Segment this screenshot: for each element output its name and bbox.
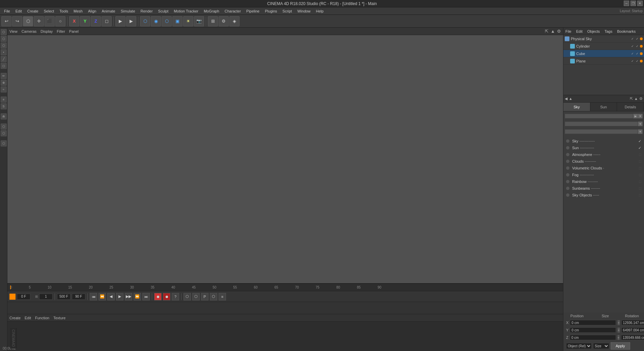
sidebar-point-icon[interactable]: • [1, 49, 7, 55]
vp-menu-cameras[interactable]: Cameras [22, 29, 37, 33]
sidebar-camera2-icon[interactable]: ⬡ [1, 130, 7, 136]
sidebar-poly-icon[interactable]: ◻ [1, 63, 7, 69]
goto-start-btn[interactable]: ⏮ [90, 293, 97, 300]
key-mode-btn[interactable]: ⬡ [184, 293, 191, 300]
restore-button[interactable]: ❐ [631, 1, 636, 6]
sky-checkmark-skyobjects[interactable]: □ [639, 193, 641, 197]
menu-tools[interactable]: Tools [57, 8, 71, 14]
physical-sky-render-check[interactable]: ✓ [635, 37, 639, 41]
physical-sky-color-dot[interactable] [640, 37, 643, 40]
vp-icon-settings[interactable]: ⚙ [557, 29, 561, 34]
cylinder-color-dot[interactable] [640, 45, 643, 48]
y-axis-btn[interactable]: Y [80, 16, 90, 26]
render-settings-btn[interactable]: ⚙ [219, 16, 229, 26]
sky-checkmark-rainbow[interactable]: □ [639, 180, 641, 184]
menu-window[interactable]: Window [295, 8, 313, 14]
cube-btn[interactable]: ⬡ [140, 16, 150, 26]
mat-menu-edit[interactable]: Edit [25, 316, 31, 320]
cube-render-check[interactable]: ✓ [635, 52, 639, 56]
minimize-button[interactable]: ─ [624, 1, 629, 6]
sky-checkmark-volumetric[interactable]: □ [639, 166, 641, 170]
vp-menu-panel[interactable]: Panel [69, 29, 79, 33]
motion-btn[interactable]: P [201, 293, 208, 300]
goto-end-btn[interactable]: ⏭ [142, 293, 150, 300]
sidebar-deform-icon[interactable]: ⋒ [1, 113, 7, 119]
sidebar-texture2-icon[interactable]: ⬡ [1, 124, 7, 130]
menu-select[interactable]: Select [41, 8, 57, 14]
vp-icon-zoom[interactable]: ▲ [551, 29, 555, 34]
mat-menu-function[interactable]: Function [35, 316, 49, 320]
keyframe-help-btn[interactable]: ? [172, 293, 179, 300]
sidebar-brush-icon[interactable]: ✏ [1, 73, 7, 79]
sidebar-model-icon[interactable]: ⬡ [1, 36, 7, 42]
z-axis-btn[interactable]: Z [91, 16, 101, 26]
sky-nav-icon2[interactable]: ▲ [634, 97, 638, 101]
menu-file[interactable]: File [1, 8, 13, 14]
play-forward-btn[interactable]: ▶▶ [125, 293, 132, 300]
close-button[interactable]: ✕ [637, 1, 643, 6]
obj-menu-bookmarks[interactable]: Bookmarks [617, 29, 638, 33]
coord-z-position[interactable] [570, 335, 616, 340]
menu-plugins[interactable]: Plugins [262, 8, 280, 14]
sky-checkmark-clouds[interactable]: □ [639, 159, 641, 163]
sidebar-paint-icon[interactable]: S [1, 103, 7, 109]
menu-align[interactable]: Align [85, 8, 99, 14]
sky-tab-sky[interactable]: Sky [563, 103, 590, 111]
layer-btn[interactable]: ≡ [219, 293, 226, 300]
sky-slider-1[interactable] [565, 114, 633, 118]
coord-y-position[interactable] [570, 327, 616, 333]
sidebar-layer-icon[interactable]: ≡ [1, 97, 7, 103]
prev-frame-btn[interactable]: ⏪ [99, 293, 106, 300]
menu-render[interactable]: Render [138, 8, 156, 14]
menu-create[interactable]: Create [25, 8, 41, 14]
sidebar-magnet-icon[interactable]: ⊕ [1, 80, 7, 86]
sky-slider-2[interactable] [565, 122, 638, 126]
record-btn[interactable]: ⏺ [154, 293, 162, 300]
undo-button[interactable]: ↩ [1, 16, 11, 26]
xref-btn[interactable]: ⬡ [210, 293, 217, 300]
coord-mode-select[interactable]: Object (Rel) World [566, 343, 592, 349]
menu-sculpt[interactable]: Sculpt [156, 8, 171, 14]
sidebar-extra-icon[interactable]: ⬡ [1, 140, 7, 146]
cube-color-dot[interactable] [640, 52, 643, 55]
obj-menu-file[interactable]: File [565, 29, 573, 33]
grid-btn[interactable]: ⊞ [208, 16, 218, 26]
vp-menu-view[interactable]: View [9, 29, 18, 33]
range-input[interactable] [57, 294, 71, 300]
sky-nav-icon3[interactable]: ⚙ [639, 97, 643, 101]
next-frame-btn[interactable]: ⏩ [134, 293, 141, 300]
mat-menu-texture[interactable]: Texture [53, 316, 65, 320]
menu-character[interactable]: Character [222, 8, 244, 14]
plane-visible-check[interactable]: ✓ [631, 59, 635, 63]
sky-checkmark-sun[interactable]: ✓ [638, 146, 641, 150]
menu-mograph[interactable]: MoGraph [201, 8, 222, 14]
menu-animate[interactable]: Animate [99, 8, 118, 14]
coord-x-size[interactable] [621, 320, 644, 325]
coord-x-position[interactable] [570, 320, 616, 325]
sky-checkmark-atmosphere[interactable]: □ [639, 153, 641, 157]
auto-key-btn[interactable]: ⏺ [163, 293, 170, 300]
render-region-btn[interactable]: ▶ [115, 16, 125, 26]
plane-btn[interactable]: ▣ [172, 16, 183, 26]
cylinder-btn[interactable]: ⬡ [162, 16, 172, 26]
menu-pipeline[interactable]: Pipeline [244, 8, 262, 14]
move-button[interactable]: ✛ [34, 16, 44, 26]
shader-btn[interactable]: ◈ [229, 16, 240, 26]
apply-button[interactable]: Apply [611, 342, 630, 350]
menu-simulate[interactable]: Simulate [118, 8, 138, 14]
menu-motion-tracker[interactable]: Motion Tracker [171, 8, 201, 14]
sky-checkmark-fog[interactable]: □ [639, 173, 641, 177]
sky-tab-sun[interactable]: Sun [590, 103, 617, 111]
sphere-btn[interactable]: ◉ [151, 16, 161, 26]
render-btn[interactable]: ▶ [126, 16, 136, 26]
camera-btn[interactable]: 📷 [194, 16, 204, 26]
anim-mode-btn[interactable]: ⬡ [192, 293, 200, 300]
obj-menu-tags[interactable]: Tags [605, 29, 614, 33]
object-mode-btn[interactable]: ◻ [102, 16, 112, 26]
redo-button[interactable]: ↪ [12, 16, 22, 26]
obj-menu-objects[interactable]: Objects [587, 29, 602, 33]
menu-help[interactable]: Help [313, 8, 327, 14]
menu-mesh[interactable]: Mesh [71, 8, 85, 14]
sky-nav-back[interactable]: ◀ [565, 97, 567, 101]
plane-render-check[interactable]: ✓ [635, 59, 639, 63]
